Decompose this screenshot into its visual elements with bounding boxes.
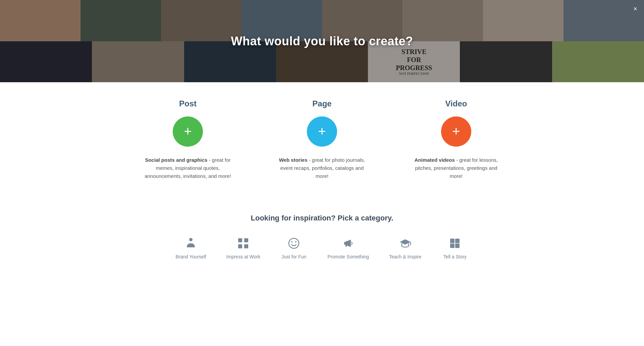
create-item-page[interactable]: Page + Web stories - great for photo jou…: [275, 99, 369, 180]
category-label-promote-something: Promote Something: [327, 254, 369, 259]
category-impress-at-work[interactable]: Impress at Work: [226, 236, 261, 259]
post-button[interactable]: +: [173, 116, 203, 147]
category-label-just-for-fun: Just for Fun: [281, 254, 306, 259]
video-button[interactable]: +: [441, 116, 471, 147]
plus-icon: +: [452, 125, 460, 138]
close-button[interactable]: ×: [633, 5, 637, 12]
category-just-for-fun[interactable]: Just for Fun: [280, 236, 307, 259]
hero-title: What would you like to create?: [231, 34, 413, 48]
person-icon: [183, 236, 198, 251]
create-item-post[interactable]: Post + Social posts and graphics - great…: [141, 99, 235, 180]
svg-rect-3: [238, 244, 242, 248]
page-description: Web stories - great for photo journals, …: [275, 156, 369, 180]
hero-section: STRIVE FOR PROGRESS NOT PERFECTION What …: [0, 0, 644, 82]
create-item-video[interactable]: Video + Animated videos - great for less…: [409, 99, 503, 180]
megaphone-icon: [341, 236, 356, 251]
plus-icon: +: [184, 125, 192, 138]
category-label-impress-at-work: Impress at Work: [226, 254, 261, 259]
inspiration-section: Looking for inspiration? Pick a category…: [0, 200, 644, 280]
post-description: Social posts and graphics - great for me…: [141, 156, 235, 180]
category-teach-and-inspire[interactable]: Teach & Inspire: [389, 236, 422, 259]
category-label-brand-yourself: Brand Yourself: [176, 254, 206, 259]
book-icon: [447, 236, 462, 251]
video-desc-bold: Animated videos: [415, 157, 455, 163]
post-desc-bold: Social posts and graphics: [145, 157, 207, 163]
category-tell-a-story[interactable]: Tell a Story: [441, 236, 468, 259]
grid-icon: [236, 236, 251, 251]
category-label-teach-and-inspire: Teach & Inspire: [389, 254, 422, 259]
svg-rect-2: [244, 238, 248, 242]
video-description: Animated videos - great for lessons, pit…: [409, 156, 503, 180]
plus-icon: +: [318, 125, 326, 138]
svg-rect-4: [244, 244, 248, 248]
smiley-icon: [286, 236, 301, 251]
category-brand-yourself[interactable]: Brand Yourself: [176, 236, 206, 259]
page-title: Page: [312, 99, 331, 108]
page-desc-bold: Web stories: [279, 157, 308, 163]
category-grid: Brand Yourself Impress at Work: [0, 236, 644, 259]
svg-point-6: [291, 241, 292, 243]
svg-rect-0: [189, 238, 193, 241]
svg-point-7: [295, 241, 297, 243]
category-promote-something[interactable]: Promote Something: [327, 236, 369, 259]
hero-overlay: What would you like to create?: [0, 0, 644, 82]
page-button[interactable]: +: [307, 116, 337, 147]
graduation-icon: [398, 236, 413, 251]
create-section: Post + Social posts and graphics - great…: [0, 99, 644, 200]
post-title: Post: [179, 99, 197, 108]
inspiration-title: Looking for inspiration? Pick a category…: [0, 214, 644, 223]
svg-point-5: [289, 238, 299, 248]
category-label-tell-a-story: Tell a Story: [443, 254, 467, 259]
svg-rect-1: [238, 238, 242, 242]
main-content: Post + Social posts and graphics - great…: [0, 82, 644, 290]
video-title: Video: [445, 99, 467, 108]
